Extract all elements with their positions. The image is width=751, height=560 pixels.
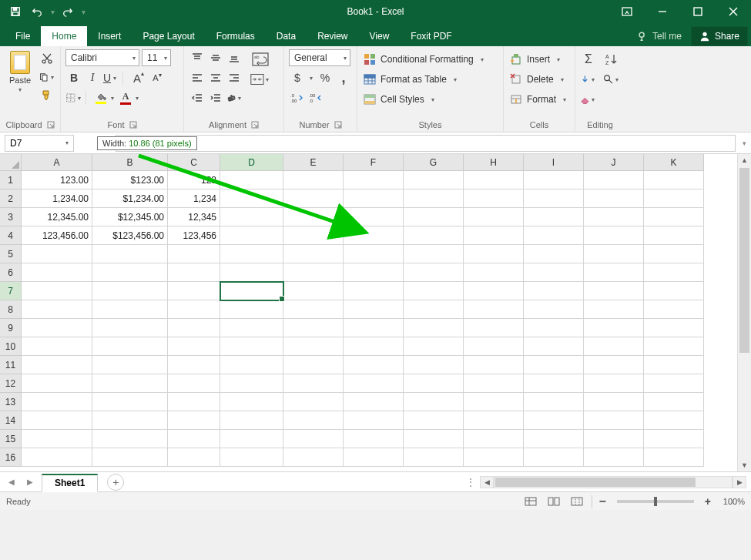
increase-font-button[interactable]: A▴ (130, 69, 147, 86)
cell-J8[interactable] (584, 300, 644, 319)
minimize-button[interactable] (645, 0, 680, 23)
cell-G4[interactable] (404, 226, 464, 245)
hscroll-left-button[interactable]: ◀ (480, 476, 494, 488)
page-layout-view-button[interactable] (545, 495, 562, 508)
cell-C7[interactable] (168, 282, 220, 300)
conditional-formatting-button[interactable]: Conditional Formatting▾ (362, 51, 498, 68)
tab-insert[interactable]: Insert (87, 26, 132, 46)
increase-decimal-button[interactable]: .0.00 (289, 89, 306, 106)
scroll-up-button[interactable]: ▲ (738, 154, 751, 166)
cell-styles-button[interactable]: Cell Styles▾ (362, 91, 498, 108)
cell-F1[interactable] (344, 171, 404, 189)
cell-A8[interactable] (22, 300, 92, 319)
cell-E12[interactable] (283, 374, 344, 393)
merge-center-button[interactable]: ▾ (250, 71, 270, 88)
cell-C15[interactable] (168, 430, 220, 448)
cell-H2[interactable] (464, 189, 524, 208)
cell-A16[interactable] (22, 448, 92, 467)
row-header-9[interactable]: 9 (0, 319, 22, 337)
cell-E6[interactable] (283, 263, 344, 282)
cell-I9[interactable] (524, 319, 584, 337)
cell-H6[interactable] (464, 263, 524, 282)
close-button[interactable] (716, 0, 751, 23)
underline-button[interactable]: U▾ (102, 69, 119, 86)
zoom-level[interactable]: 100% (717, 497, 745, 506)
cell-H10[interactable] (464, 337, 524, 356)
cell-A14[interactable] (22, 411, 92, 430)
column-header-K[interactable]: K (644, 154, 704, 171)
cell-H14[interactable] (464, 411, 524, 430)
row-header-7[interactable]: 7 (0, 282, 22, 300)
align-center-button[interactable] (207, 69, 224, 86)
save-button[interactable] (6, 2, 25, 21)
insert-cells-button[interactable]: Insert▾ (508, 51, 570, 68)
name-box[interactable]: D7▾ (5, 135, 74, 152)
cell-J12[interactable] (584, 374, 644, 393)
cell-E4[interactable] (283, 226, 344, 245)
cell-A12[interactable] (22, 374, 92, 393)
fill-button[interactable]: ▾ (580, 71, 597, 88)
cell-F4[interactable] (344, 226, 404, 245)
cell-D12[interactable] (220, 374, 283, 393)
sort-filter-button[interactable]: AZ (603, 51, 620, 68)
cell-J16[interactable] (584, 448, 644, 467)
cell-F5[interactable] (344, 245, 404, 263)
column-header-C[interactable]: C (168, 154, 220, 171)
cell-E8[interactable] (283, 300, 344, 319)
cell-J6[interactable] (584, 263, 644, 282)
column-header-B[interactable]: B (92, 154, 168, 171)
cell-J14[interactable] (584, 411, 644, 430)
cell-B6[interactable] (92, 263, 168, 282)
cell-C6[interactable] (168, 263, 220, 282)
cell-F2[interactable] (344, 189, 404, 208)
cell-D10[interactable] (220, 337, 283, 356)
italic-button[interactable]: I (84, 69, 101, 86)
decrease-font-button[interactable]: A▾ (149, 69, 166, 86)
cell-H3[interactable] (464, 208, 524, 226)
horizontal-scrollbar[interactable] (494, 476, 733, 488)
cell-B14[interactable] (92, 411, 168, 430)
cell-I12[interactable] (524, 374, 584, 393)
cell-B12[interactable] (92, 374, 168, 393)
align-right-button[interactable] (226, 69, 243, 86)
copy-button[interactable]: ▾ (39, 69, 55, 85)
cell-C16[interactable] (168, 448, 220, 467)
cell-A5[interactable] (22, 245, 92, 263)
cell-J13[interactable] (584, 393, 644, 411)
autosum-button[interactable]: Σ (580, 51, 597, 68)
cell-G15[interactable] (404, 430, 464, 448)
row-header-12[interactable]: 12 (0, 374, 22, 393)
cell-C8[interactable] (168, 300, 220, 319)
qat-undo-more[interactable]: ▾ (49, 8, 55, 16)
cell-K8[interactable] (644, 300, 704, 319)
cell-K14[interactable] (644, 411, 704, 430)
align-bottom-button[interactable] (226, 49, 243, 66)
cell-I13[interactable] (524, 393, 584, 411)
tab-file[interactable]: File (5, 26, 41, 46)
column-header-E[interactable]: E (283, 154, 344, 171)
cell-C14[interactable] (168, 411, 220, 430)
align-top-button[interactable] (189, 49, 206, 66)
cell-I8[interactable] (524, 300, 584, 319)
sheet-tab-sheet1[interactable]: Sheet1 (42, 474, 98, 492)
cells-area[interactable]: 123.00$123.001231,234.00$1,234.001,23412… (22, 171, 751, 471)
cell-B8[interactable] (92, 300, 168, 319)
cell-G5[interactable] (404, 245, 464, 263)
share-button[interactable]: Share (691, 26, 748, 46)
cell-K16[interactable] (644, 448, 704, 467)
cell-K4[interactable] (644, 226, 704, 245)
tab-data[interactable]: Data (266, 26, 307, 46)
cell-E3[interactable] (283, 208, 344, 226)
column-header-H[interactable]: H (464, 154, 524, 171)
undo-button[interactable] (28, 2, 46, 21)
clear-button[interactable]: ▾ (580, 91, 597, 108)
cell-J4[interactable] (584, 226, 644, 245)
vscroll-thumb[interactable] (739, 168, 749, 353)
cell-C1[interactable]: 123 (168, 171, 220, 189)
cell-J1[interactable] (584, 171, 644, 189)
cell-D6[interactable] (220, 263, 283, 282)
tell-me-search[interactable]: Tell me (631, 28, 688, 45)
cell-C3[interactable]: 12,345 (168, 208, 220, 226)
redo-button[interactable] (59, 2, 77, 21)
cell-E16[interactable] (283, 448, 344, 467)
